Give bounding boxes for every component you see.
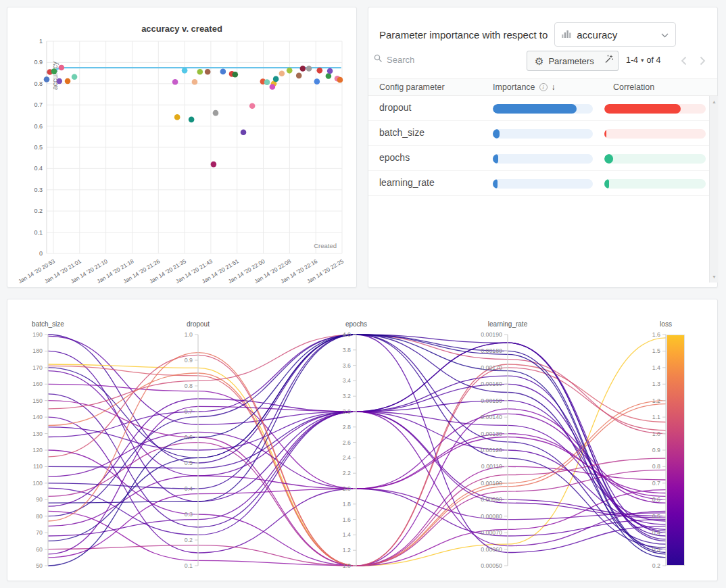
table-scrollbar[interactable]: ▲ ▼ bbox=[709, 96, 718, 283]
run-line[interactable] bbox=[48, 343, 666, 539]
scatter-point[interactable] bbox=[211, 162, 217, 168]
column-header-importance[interactable]: Importance i ↓ bbox=[493, 82, 556, 92]
y-tick-label: 0.3 bbox=[34, 187, 43, 193]
magic-wand-button[interactable] bbox=[598, 51, 619, 71]
parallel-axis-title: batch_size bbox=[32, 320, 64, 328]
scatter-point[interactable] bbox=[337, 77, 343, 83]
importance-bar-fill bbox=[493, 104, 577, 114]
pagination-range[interactable]: 1-4 bbox=[626, 55, 638, 65]
run-line[interactable] bbox=[48, 338, 666, 566]
scatter-point[interactable] bbox=[314, 78, 320, 84]
pagination: 1-4 ▾ of 4 bbox=[626, 55, 660, 65]
scatter-point[interactable] bbox=[316, 68, 322, 74]
parameters-button[interactable]: ⚙ Parameters bbox=[527, 51, 602, 71]
correlation-bar-fill bbox=[604, 129, 606, 139]
axis-tick-label: 0.4 bbox=[185, 485, 193, 492]
table-row[interactable]: epochs bbox=[368, 146, 717, 171]
scatter-point[interactable] bbox=[270, 84, 276, 90]
parallel-coordinates-chart: batch_size506070809010011012013014015016… bbox=[7, 299, 719, 582]
search-input[interactable] bbox=[387, 55, 468, 65]
axis-tick-label: 4.0 bbox=[343, 331, 351, 338]
page-next-button[interactable] bbox=[696, 53, 709, 69]
run-line[interactable] bbox=[48, 417, 666, 553]
axis-tick-label: 0.00060 bbox=[481, 546, 502, 553]
run-line[interactable] bbox=[48, 401, 666, 566]
run-line[interactable] bbox=[48, 490, 666, 566]
y-tick-label: 0.2 bbox=[34, 207, 43, 214]
table-row[interactable]: dropout bbox=[368, 96, 717, 121]
run-line[interactable] bbox=[48, 414, 666, 526]
correlation-bar bbox=[604, 104, 706, 114]
scatter-point[interactable] bbox=[59, 65, 65, 71]
run-line[interactable] bbox=[48, 443, 666, 566]
search-box[interactable] bbox=[374, 53, 468, 66]
info-icon[interactable]: i bbox=[539, 83, 548, 91]
scatter-point[interactable] bbox=[249, 103, 256, 109]
axis-tick-label: 190 bbox=[32, 331, 43, 338]
scatter-point[interactable] bbox=[326, 73, 332, 79]
axis-tick-label: 0.00070 bbox=[481, 529, 502, 536]
gear-icon: ⚙ bbox=[535, 56, 543, 66]
metric-select-dropdown[interactable]: accuracy bbox=[554, 22, 676, 47]
axis-tick-label: 0.00050 bbox=[481, 562, 502, 569]
chevron-down-icon bbox=[661, 28, 669, 41]
scatter-point[interactable] bbox=[287, 68, 293, 74]
axis-tick-label: 1.4 bbox=[652, 364, 660, 371]
run-line[interactable] bbox=[48, 401, 666, 530]
column-header-correlation[interactable]: Correlation bbox=[613, 82, 654, 92]
scatter-point[interactable] bbox=[197, 69, 203, 75]
axis-tick-label: 3.4 bbox=[343, 377, 351, 384]
scatter-point[interactable] bbox=[306, 66, 312, 72]
scatter-point[interactable] bbox=[279, 70, 285, 76]
scatter-point[interactable] bbox=[172, 79, 178, 85]
table-row[interactable]: learning_rate bbox=[368, 171, 717, 196]
axis-tick-label: 2.6 bbox=[343, 439, 351, 446]
run-line[interactable] bbox=[48, 335, 666, 566]
axis-tick-label: 0.00130 bbox=[481, 431, 502, 437]
scatter-point[interactable] bbox=[44, 76, 50, 82]
scroll-up-icon[interactable]: ▲ bbox=[710, 99, 719, 104]
scatter-point[interactable] bbox=[241, 129, 247, 135]
axis-tick-label: 1.1 bbox=[652, 414, 660, 420]
scatter-point[interactable] bbox=[205, 69, 211, 75]
scatter-point[interactable] bbox=[72, 74, 78, 80]
scatter-point[interactable] bbox=[192, 79, 198, 85]
scroll-down-icon[interactable]: ▼ bbox=[710, 274, 719, 279]
pagination-caret-icon[interactable]: ▾ bbox=[641, 57, 644, 64]
scatter-point[interactable] bbox=[189, 117, 195, 123]
run-line[interactable] bbox=[48, 335, 666, 541]
axis-tick-label: 0.9 bbox=[185, 357, 193, 364]
importance-bar-fill bbox=[493, 179, 498, 189]
axis-tick-label: 1.0 bbox=[652, 431, 660, 437]
scatter-panel: accuracy v. created Jan 14 '20 20:53Jan … bbox=[7, 7, 357, 288]
scatter-point[interactable] bbox=[273, 76, 279, 82]
axis-tick-label: 1.0 bbox=[343, 562, 351, 569]
scatter-point[interactable] bbox=[300, 66, 306, 72]
scatter-point[interactable] bbox=[51, 68, 57, 74]
scatter-point[interactable] bbox=[182, 68, 188, 74]
y-tick-label: 0.8 bbox=[34, 80, 43, 87]
scatter-point[interactable] bbox=[220, 69, 226, 75]
scatter-point[interactable] bbox=[296, 73, 302, 79]
run-line[interactable] bbox=[48, 384, 666, 496]
y-tick-label: 0 bbox=[39, 250, 43, 257]
search-icon bbox=[374, 53, 383, 66]
axis-tick-label: 3.6 bbox=[343, 362, 351, 369]
y-tick-label: 0.6 bbox=[34, 123, 43, 130]
axis-tick-label: 0.5 bbox=[185, 460, 193, 466]
scatter-point[interactable] bbox=[327, 68, 333, 74]
page-prev-button[interactable] bbox=[677, 53, 690, 69]
axis-tick-label: 0.00160 bbox=[481, 381, 502, 387]
scatter-point[interactable] bbox=[264, 79, 270, 85]
scatter-point[interactable] bbox=[56, 78, 62, 84]
config-parameter-name: dropout bbox=[379, 102, 411, 113]
scatter-point[interactable] bbox=[65, 78, 71, 84]
scatter-point[interactable] bbox=[233, 72, 239, 78]
scatter-point[interactable] bbox=[213, 110, 219, 116]
table-row[interactable]: batch_size bbox=[368, 121, 717, 146]
run-line[interactable] bbox=[48, 364, 666, 566]
scatter-point[interactable] bbox=[174, 114, 180, 120]
axis-tick-label: 0.00110 bbox=[481, 463, 502, 470]
run-line[interactable] bbox=[48, 343, 666, 533]
sort-descending-icon: ↓ bbox=[552, 82, 556, 92]
